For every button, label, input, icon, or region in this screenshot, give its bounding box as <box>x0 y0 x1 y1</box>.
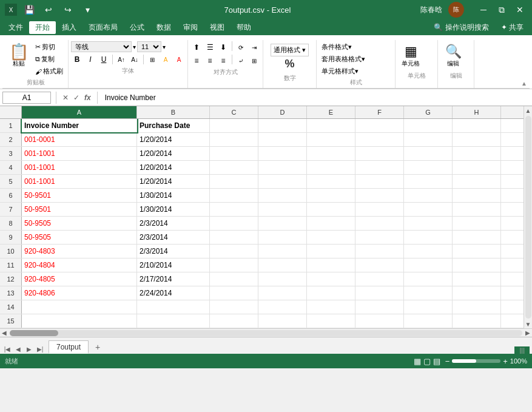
list-item[interactable] <box>258 231 307 244</box>
page-break-view-button[interactable]: ▤ <box>433 357 440 366</box>
indent-more-button[interactable]: ⇥ <box>248 41 260 53</box>
border-button[interactable]: ⊞ <box>146 53 158 66</box>
orient-button[interactable]: ⟳ <box>235 41 247 53</box>
list-item[interactable]: Invoice Number <box>22 119 137 132</box>
list-item[interactable] <box>453 217 501 230</box>
percent-button[interactable]: % <box>285 58 295 70</box>
list-item[interactable] <box>258 217 307 230</box>
page-layout-view-button[interactable]: ▢ <box>423 357 431 366</box>
redo-button[interactable]: ↪ <box>61 2 75 17</box>
list-item[interactable] <box>210 119 258 132</box>
list-item[interactable] <box>210 175 258 188</box>
zoom-out-button[interactable]: − <box>445 357 450 366</box>
list-item[interactable] <box>210 300 258 314</box>
italic-button[interactable]: I <box>84 53 96 66</box>
underline-button[interactable]: U <box>98 53 110 66</box>
list-item[interactable]: 001-1001 <box>22 175 137 188</box>
list-item[interactable] <box>307 314 355 328</box>
align-right-button[interactable]: ≡ <box>217 55 229 67</box>
align-top-button[interactable]: ⬆ <box>190 41 203 53</box>
list-item[interactable]: 1/20/2014 <box>137 147 210 160</box>
add-sheet-button[interactable]: + <box>91 340 104 354</box>
list-item[interactable] <box>210 189 258 202</box>
list-item[interactable]: 1/20/2014 <box>137 161 210 174</box>
list-item[interactable] <box>453 175 501 188</box>
list-item[interactable]: 1/30/2014 <box>137 189 210 202</box>
list-item[interactable] <box>355 231 404 244</box>
list-item[interactable] <box>404 175 453 188</box>
list-item[interactable] <box>355 245 404 258</box>
row-number[interactable]: 2 <box>0 133 22 146</box>
list-item[interactable]: 2/10/2014 <box>137 258 210 272</box>
row-number[interactable]: 12 <box>0 272 22 286</box>
avatar[interactable]: 陈 <box>448 2 464 18</box>
list-item[interactable] <box>355 314 404 328</box>
list-item[interactable]: 001-0001 <box>22 133 137 146</box>
list-item[interactable]: 50-9501 <box>22 203 137 216</box>
row-number[interactable]: 11 <box>0 258 22 272</box>
list-item[interactable] <box>307 147 355 160</box>
col-header-H[interactable]: H <box>453 106 501 118</box>
col-header-B[interactable]: B <box>137 106 210 118</box>
list-item[interactable] <box>258 133 307 146</box>
list-item[interactable] <box>307 258 355 272</box>
list-item[interactable] <box>210 272 258 286</box>
sheet-nav-next[interactable]: ▶ <box>24 344 34 354</box>
horizontal-scrollbar[interactable]: ◀ ▶ <box>0 328 532 337</box>
list-item[interactable] <box>22 300 137 314</box>
list-item[interactable] <box>307 245 355 258</box>
align-left-button[interactable]: ≡ <box>190 55 203 67</box>
row-number[interactable]: 14 <box>0 300 22 314</box>
scroll-thumb-vertical[interactable] <box>525 116 531 319</box>
list-item[interactable]: 50-9505 <box>22 217 137 230</box>
row-number[interactable]: 6 <box>0 189 22 202</box>
list-item[interactable] <box>404 231 453 244</box>
list-item[interactable] <box>355 133 404 146</box>
list-item[interactable] <box>453 258 501 272</box>
menu-formulas[interactable]: 公式 <box>124 21 150 34</box>
align-middle-button[interactable]: ☰ <box>204 41 216 53</box>
list-item[interactable] <box>404 119 453 132</box>
list-item[interactable] <box>22 314 137 328</box>
row-number[interactable]: 5 <box>0 175 22 188</box>
decrease-font-button[interactable]: A↓ <box>129 53 141 66</box>
list-item[interactable] <box>453 245 501 258</box>
list-item[interactable] <box>404 203 453 216</box>
list-item[interactable] <box>355 119 404 132</box>
list-item[interactable]: 50-9505 <box>22 231 137 244</box>
list-item[interactable]: 920-4803 <box>22 245 137 258</box>
list-item[interactable]: 001-1001 <box>22 161 137 174</box>
menu-review[interactable]: 审阅 <box>177 21 204 34</box>
list-item[interactable]: 50-9501 <box>22 189 137 202</box>
list-item[interactable] <box>258 147 307 160</box>
list-item[interactable] <box>258 245 307 258</box>
list-item[interactable] <box>307 161 355 174</box>
list-item[interactable] <box>307 231 355 244</box>
scroll-up-button[interactable]: ▲ <box>524 106 533 115</box>
list-item[interactable] <box>355 189 404 202</box>
row-number[interactable]: 8 <box>0 217 22 230</box>
list-item[interactable] <box>404 314 453 328</box>
menu-insert[interactable]: 插入 <box>56 21 82 34</box>
vertical-scrollbar[interactable]: ▲ ▼ <box>524 106 532 328</box>
list-item[interactable] <box>137 314 210 328</box>
list-item[interactable] <box>355 217 404 230</box>
formula-input[interactable] <box>103 92 530 103</box>
list-item[interactable] <box>355 286 404 300</box>
list-item[interactable] <box>258 119 307 132</box>
font-color-button[interactable]: A <box>173 53 185 66</box>
col-header-D[interactable]: D <box>258 106 307 118</box>
cancel-icon[interactable]: ✕ <box>61 92 70 103</box>
format-painter-button[interactable]: 🖌格式刷 <box>33 66 66 77</box>
font-name-select[interactable]: 等线 <box>71 41 132 52</box>
list-item[interactable] <box>258 189 307 202</box>
fill-color-button[interactable]: A <box>160 53 172 66</box>
row-number[interactable]: 1 <box>0 119 22 132</box>
list-item[interactable] <box>404 217 453 230</box>
list-item[interactable] <box>307 272 355 286</box>
zoom-slider[interactable] <box>452 359 500 363</box>
list-item[interactable] <box>210 245 258 258</box>
list-item[interactable]: 920-4804 <box>22 258 137 272</box>
list-item[interactable] <box>307 119 355 132</box>
list-item[interactable]: 1/20/2014 <box>137 175 210 188</box>
